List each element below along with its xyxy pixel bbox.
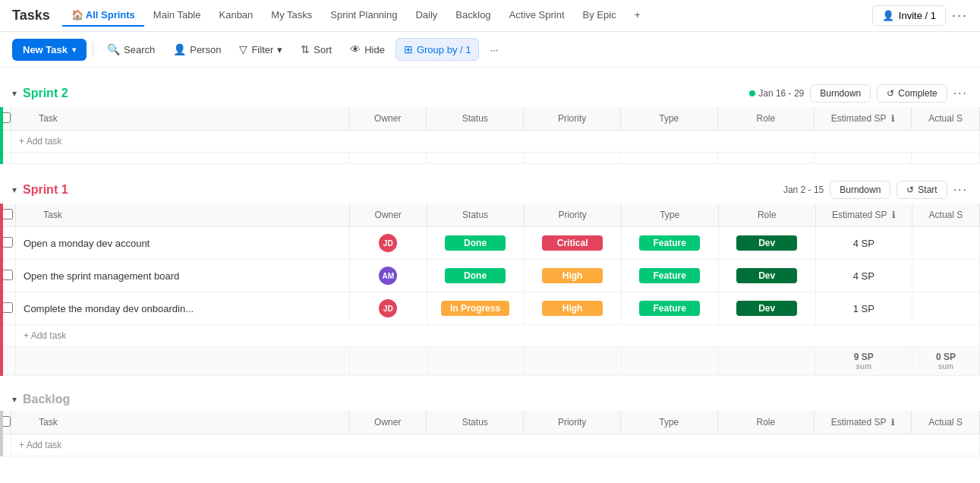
more-options-icon[interactable]: ··· xyxy=(952,8,968,24)
sprint2-empty-row xyxy=(0,153,980,164)
sprint2-add-task-row[interactable]: + Add task xyxy=(0,131,980,153)
owner-avatar-0: JD xyxy=(377,232,399,254)
sprint2-table: Task Owner Status Priority Type Role Est… xyxy=(0,107,980,164)
sprint1-title[interactable]: Sprint 1 xyxy=(23,183,68,197)
backlog-status-header: Status xyxy=(427,411,524,434)
sprint2-burndown-button[interactable]: Burndown xyxy=(810,84,871,103)
sprint2-title[interactable]: Sprint 2 xyxy=(23,87,68,100)
backlog-table-wrap: Task Owner Status Priority Type Role Est… xyxy=(0,411,980,456)
estimated-cell-1: 4 SP xyxy=(815,260,912,292)
info-icon[interactable]: ℹ xyxy=(892,210,896,220)
sprint1-add-task-cell[interactable]: + Add task xyxy=(16,325,980,347)
sprint2-more-icon[interactable]: ··· xyxy=(953,87,968,100)
search-icon: 🔍 xyxy=(107,43,120,55)
sprint1-start-button[interactable]: ↺ Start xyxy=(896,181,947,199)
row-checkbox-2[interactable] xyxy=(2,302,13,313)
sprint1-footer-row: 9 SP sum 0 SP sum xyxy=(0,347,980,376)
row-checkbox-0[interactable] xyxy=(2,237,13,248)
sprint1-add-task-row[interactable]: + Add task xyxy=(0,325,980,347)
estimated-cell-2: 1 SP xyxy=(815,292,912,325)
tab-main-table[interactable]: Main Table xyxy=(144,5,210,27)
tab-active-sprint[interactable]: Active Sprint xyxy=(500,5,574,27)
role-cell-1[interactable]: Dev xyxy=(718,260,815,292)
priority-cell-0[interactable]: Critical xyxy=(524,227,621,260)
role-cell-0[interactable]: Dev xyxy=(718,227,815,260)
home-icon: 🏠 xyxy=(71,9,84,21)
backlog-type-header: Type xyxy=(620,411,717,434)
sprint1-row-0: Open a monday dev account 💬 JD Done Crit… xyxy=(0,227,980,260)
person-icon: 👤 xyxy=(173,43,186,55)
tab-my-tasks[interactable]: My Tasks xyxy=(262,5,321,27)
tab-kanban[interactable]: Kanban xyxy=(210,5,263,27)
search-button[interactable]: 🔍 Search xyxy=(99,39,162,60)
estimated-cell-0: 4 SP xyxy=(815,227,912,260)
more-options-button[interactable]: ··· xyxy=(482,39,506,60)
owner-cell-0[interactable]: JD xyxy=(349,227,427,260)
sprint1-chevron[interactable]: ▾ xyxy=(12,185,17,195)
sprint2-role-header: Role xyxy=(717,107,815,131)
sprint1-section: ▾ Sprint 1 Jan 2 - 15 Burndown ↺ Start ·… xyxy=(0,176,980,376)
status-cell-1[interactable]: Done xyxy=(427,260,524,292)
owner-cell-1[interactable]: AM xyxy=(349,260,427,292)
backlog-select-all-checkbox[interactable] xyxy=(0,416,11,427)
sprint1-row-1: Open the sprint management board 💬 AM Do… xyxy=(0,260,980,292)
type-cell-0[interactable]: Feature xyxy=(621,227,718,260)
filter-button[interactable]: ▽ Filter ▾ xyxy=(232,39,290,60)
sprint2-table-container: Task Owner Status Priority Type Role Est… xyxy=(0,107,980,164)
new-task-button[interactable]: New Task ▾ xyxy=(12,39,87,61)
sprint1-table-wrap: Task Owner Status Priority Type Role Est… xyxy=(0,204,980,376)
sprint1-header: ▾ Sprint 1 Jan 2 - 15 Burndown ↺ Start ·… xyxy=(0,176,980,204)
hide-button[interactable]: 👁 Hide xyxy=(342,39,392,60)
sprint2-complete-button[interactable]: ↺ Complete xyxy=(877,84,947,103)
tab-backlog[interactable]: Backlog xyxy=(446,5,499,27)
owner-cell-2[interactable]: JD xyxy=(349,292,427,325)
top-bar: Tasks 🏠 All Sprints Main Table Kanban My… xyxy=(0,0,980,32)
sprint1-select-all-header[interactable] xyxy=(0,204,16,227)
backlog-add-task-cell[interactable]: + Add task xyxy=(11,434,980,456)
sort-button[interactable]: ⇅ Sort xyxy=(293,39,339,60)
sprint2-priority-header: Priority xyxy=(524,107,621,131)
app-title: Tasks xyxy=(12,8,50,24)
person-button[interactable]: 👤 Person xyxy=(165,39,228,60)
priority-cell-2[interactable]: High xyxy=(524,292,621,325)
backlog-add-task-row[interactable]: + Add task xyxy=(0,434,980,456)
ellipsis-icon: ··· xyxy=(490,44,498,55)
sprint2-chevron[interactable]: ▾ xyxy=(12,88,17,99)
sprint1-select-all-checkbox[interactable] xyxy=(2,209,13,219)
sprint2-header-right: Jan 16 - 29 Burndown ↺ Complete ··· xyxy=(749,84,968,103)
backlog-header: ▾ Backlog xyxy=(0,388,980,411)
owner-avatar-1: AM xyxy=(377,265,399,286)
role-cell-2[interactable]: Dev xyxy=(718,292,815,325)
priority-cell-1[interactable]: High xyxy=(524,260,621,292)
row-checkbox-1[interactable] xyxy=(2,270,13,280)
backlog-select-all-header[interactable] xyxy=(0,411,11,434)
info-icon[interactable]: ℹ xyxy=(891,417,895,428)
type-cell-2[interactable]: Feature xyxy=(621,292,718,325)
task-name-1: Open the sprint management board 💬 xyxy=(16,260,350,292)
info-icon[interactable]: ℹ xyxy=(891,113,895,124)
nav-tabs: 🏠 All Sprints Main Table Kanban My Tasks… xyxy=(62,5,872,27)
sprint2-select-all-checkbox[interactable] xyxy=(0,112,11,123)
tab-daily[interactable]: Daily xyxy=(406,5,446,27)
group-by-button[interactable]: ⊞ Group by / 1 xyxy=(395,38,480,61)
tab-by-epic[interactable]: By Epic xyxy=(574,5,625,27)
status-cell-0[interactable]: Done xyxy=(427,227,524,260)
sprint2-add-task-cell[interactable]: + Add task xyxy=(11,131,980,153)
sprint1-burndown-button[interactable]: Burndown xyxy=(830,181,890,199)
sprint2-owner-header: Owner xyxy=(349,107,427,131)
group-icon: ⊞ xyxy=(404,43,413,55)
backlog-chevron[interactable]: ▾ xyxy=(12,394,17,405)
active-dot xyxy=(749,90,755,96)
type-cell-1[interactable]: Feature xyxy=(621,260,718,292)
start-icon: ↺ xyxy=(906,185,914,195)
sprint2-section: ▾ Sprint 2 Jan 16 - 29 Burndown ↺ Comple… xyxy=(0,80,980,164)
sprint2-select-all-header[interactable] xyxy=(0,107,11,131)
sprint1-more-icon[interactable]: ··· xyxy=(953,183,968,197)
invite-button[interactable]: 👤 Invite / 1 xyxy=(872,5,946,26)
tab-all-sprints[interactable]: 🏠 All Sprints xyxy=(62,5,144,27)
status-cell-2[interactable]: In Progress xyxy=(427,292,524,325)
backlog-title[interactable]: Backlog xyxy=(23,393,70,406)
tab-sprint-planning[interactable]: Sprint Planning xyxy=(321,5,406,27)
sprint1-table: Task Owner Status Priority Type Role Est… xyxy=(0,204,980,376)
tab-add[interactable]: + xyxy=(625,5,650,27)
